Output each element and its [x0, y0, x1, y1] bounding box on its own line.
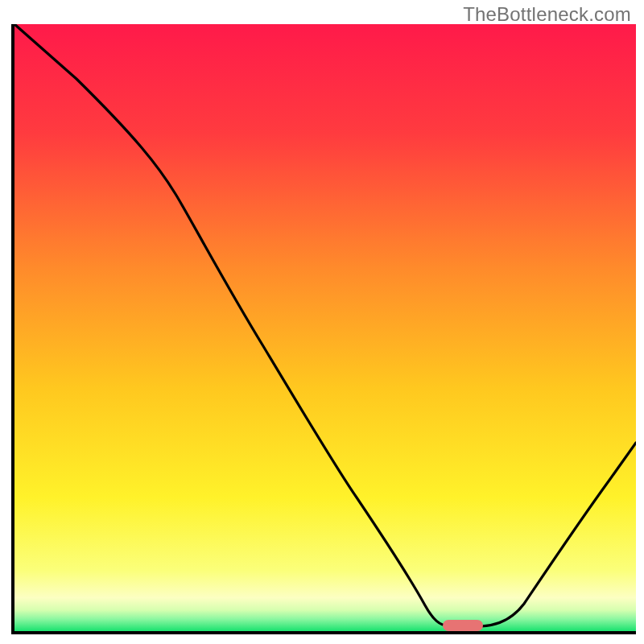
optimal-range-marker — [443, 620, 483, 631]
chart-container: TheBottleneck.com — [0, 0, 644, 644]
chart-axes — [11, 24, 636, 634]
watermark-text: TheBottleneck.com — [463, 3, 631, 26]
